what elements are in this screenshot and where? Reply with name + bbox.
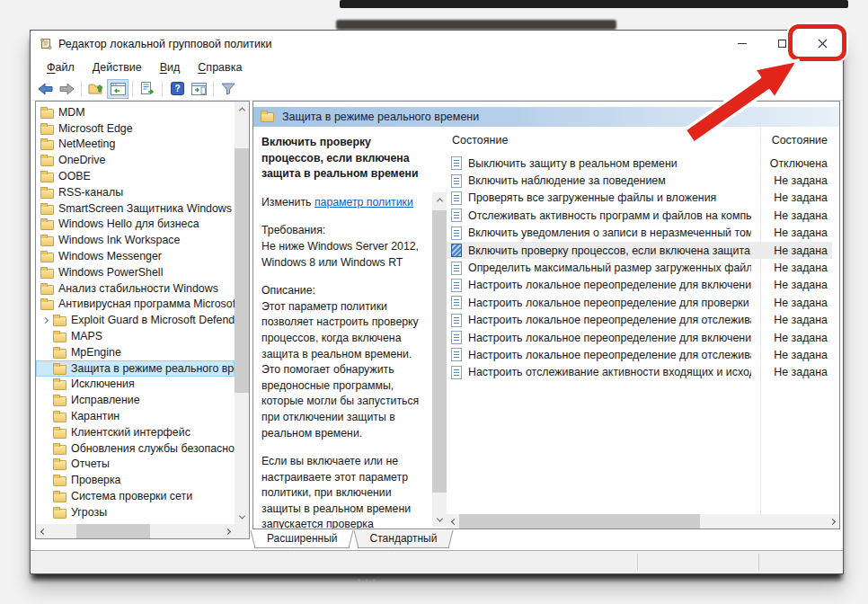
scroll-left-button[interactable]	[36, 524, 50, 538]
list-row[interactable]: Отслеживать активность программ и файлов…	[447, 207, 832, 224]
list-horizontal-scrollbar[interactable]	[447, 514, 839, 528]
menu-item[interactable]: Файл	[38, 59, 84, 76]
list-row[interactable]: Определить максимальный размер загруженн…	[447, 259, 832, 276]
scrollbar-thumb[interactable]	[76, 524, 150, 538]
list-row[interactable]: Настроить локальное переопределение для …	[447, 346, 832, 363]
menu-bar: ФайлДействиеВидСправка	[31, 57, 843, 77]
chevron-right-icon[interactable]	[42, 317, 49, 324]
tree-item[interactable]: Система проверки сети	[36, 488, 235, 504]
tree-item-label: NetMeeting	[58, 138, 115, 150]
list-column-header-setting[interactable]: Состояние	[452, 134, 508, 147]
scroll-down-button[interactable]	[235, 510, 249, 524]
tree-vertical-scrollbar[interactable]	[235, 102, 249, 524]
description-scrollbar[interactable]	[432, 192, 447, 527]
list-column-header-state[interactable]: Состояние	[760, 134, 834, 147]
tree-item[interactable]: NetMeeting	[36, 137, 235, 153]
list-row[interactable]: Выключить защиту в реальном времени Откл…	[447, 155, 832, 172]
tree-item[interactable]: MpEngine	[36, 344, 235, 360]
policy-document-icon	[451, 296, 462, 309]
setting-name: Включить уведомления о записи в неразмеч…	[468, 226, 751, 239]
tree-item[interactable]: Exploit Guard в Microsoft Defende	[36, 312, 235, 328]
tree-item-label: Обновления службы безопаснос	[71, 442, 235, 455]
policy-title: Включить проверку процессов, если включе…	[261, 135, 425, 182]
tree-item[interactable]: OOBE	[36, 168, 235, 184]
list-row[interactable]: Включить уведомления о записи в неразмеч…	[447, 225, 832, 242]
edit-policy-link[interactable]: параметр политики	[314, 196, 413, 209]
tree-item[interactable]: Отчеты	[36, 457, 235, 473]
description-paragraph: Если вы включаете или не настраиваете эт…	[261, 454, 425, 528]
up-one-level-button[interactable]	[85, 79, 107, 99]
scroll-right-button[interactable]	[220, 524, 235, 538]
tree-item[interactable]: Windows Ink Workspace	[36, 232, 235, 248]
list-row[interactable]: Настроить отслеживание активности входящ…	[447, 364, 832, 381]
tree-item[interactable]: Windows Messenger	[36, 248, 235, 264]
list-row[interactable]: Настроить локальное переопределение для …	[447, 329, 832, 346]
policy-document-icon	[451, 226, 462, 240]
tree-item[interactable]: Microsoft Edge	[36, 120, 235, 137]
requirements-label: Требования:	[261, 224, 325, 236]
title-bar[interactable]: Редактор локальной групповой политики	[31, 31, 843, 57]
tree-item[interactable]: RSS-каналы	[36, 184, 235, 200]
view-tab[interactable]: Стандартный	[356, 530, 452, 548]
menu-item[interactable]: Действие	[84, 59, 151, 76]
toggle-action-pane-button[interactable]	[188, 79, 209, 99]
setting-state: Не задана	[760, 332, 834, 344]
toggle-console-tree-button[interactable]	[107, 79, 128, 99]
view-tab[interactable]: Расширенный	[252, 530, 352, 548]
tree-item[interactable]: Анализ стабильности Windows	[36, 280, 235, 297]
tree-item[interactable]: MAPS	[36, 328, 235, 344]
folder-icon	[53, 493, 66, 502]
tree-item-label: MAPS	[71, 330, 102, 342]
list-row[interactable]: Проверять все загруженные файлы и вложен…	[447, 190, 832, 207]
tree-item[interactable]: SmartScreen Защитника Windows	[36, 200, 235, 217]
tree-item[interactable]: Windows PowerShell	[36, 264, 235, 280]
requirements-text: Не ниже Windows Server 2012, Windows 8 и…	[261, 240, 419, 269]
minimize-button[interactable]	[722, 31, 762, 57]
setting-state: Отключена	[760, 157, 834, 170]
scroll-up-button[interactable]	[432, 192, 447, 207]
tree-item[interactable]: Защита в режиме реального вре	[36, 360, 235, 377]
menu-item[interactable]: Вид	[151, 59, 190, 76]
tree-item[interactable]: Обновления службы безопаснос	[36, 440, 235, 457]
tree-item[interactable]: Исправление	[36, 392, 235, 408]
folder-icon	[40, 189, 54, 199]
tree-item[interactable]: MDM	[36, 104, 235, 120]
tree-item[interactable]: Угрозы	[36, 504, 235, 520]
list-row[interactable]: Настроить локальное переопределение для …	[447, 294, 832, 311]
help-button[interactable]: ?	[166, 79, 188, 99]
scroll-right-button[interactable]	[825, 514, 839, 528]
tree-item[interactable]: Проверка	[36, 472, 235, 488]
list-row[interactable]: Настроить локальное переопределение для …	[447, 312, 832, 329]
tree-item[interactable]: Клиентский интерфейс	[36, 424, 235, 440]
gpedit-app-icon	[40, 37, 52, 50]
tree-horizontal-scrollbar[interactable]	[36, 524, 235, 538]
scrollbar-thumb[interactable]	[235, 148, 249, 393]
tree-item-label: Windows Messenger	[58, 250, 162, 262]
list-row[interactable]: Включить наблюдение за поведением Не зад…	[447, 172, 832, 189]
menu-item[interactable]: Справка	[189, 59, 251, 76]
tree-item[interactable]: Windows Hello для бизнеса	[36, 217, 235, 233]
tree-item-label: Исключения	[71, 378, 135, 390]
setting-state: Не задана	[760, 314, 834, 326]
back-button[interactable]	[34, 79, 56, 99]
folder-icon	[53, 429, 66, 439]
list-row[interactable]: Настроить локальное переопределение для …	[447, 277, 832, 294]
scrollbar-corner	[235, 524, 249, 538]
policy-description-pane: Включить проверку процессов, если включе…	[253, 127, 432, 528]
scroll-up-button[interactable]	[235, 102, 249, 116]
policy-document-icon	[451, 174, 462, 188]
folder-icon	[53, 445, 66, 455]
list-row[interactable]: Включить проверку процессов, если включе…	[447, 242, 832, 259]
edit-prefix: Изменить	[261, 196, 314, 209]
tree-item[interactable]: Карантин	[36, 408, 235, 424]
tree-item[interactable]: OneDrive	[36, 152, 235, 168]
tree-item-label: Исправление	[71, 394, 140, 406]
scrollbar-thumb[interactable]	[459, 514, 700, 528]
tree-item[interactable]: Антивирусная программа Microsoft	[36, 297, 235, 313]
filter-button[interactable]	[217, 79, 239, 99]
scroll-down-button[interactable]	[432, 512, 447, 527]
export-list-button[interactable]	[137, 79, 158, 99]
tree-item[interactable]: Исключения	[36, 377, 235, 393]
forward-button[interactable]	[56, 79, 77, 99]
scrollbar-thumb[interactable]	[432, 210, 447, 493]
